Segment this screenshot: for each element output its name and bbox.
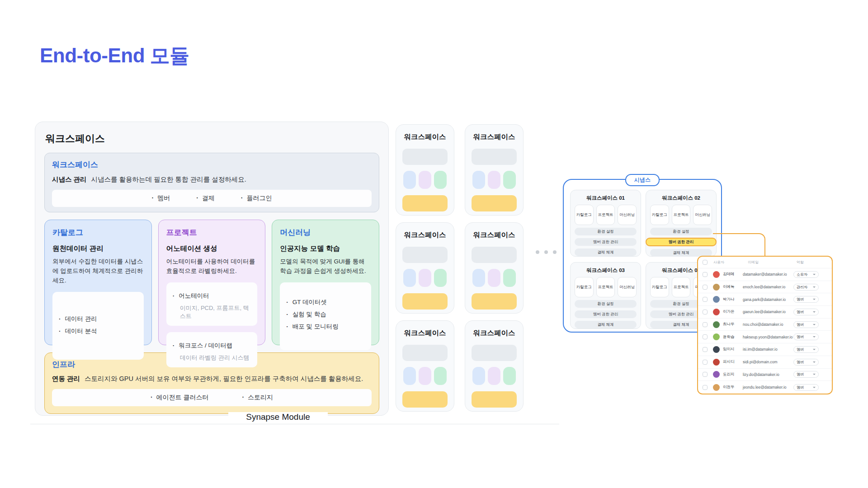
infra-yellow-bar [472,293,517,310]
member-email: enoch.lee@datamaker.io [743,285,793,289]
member-permission-pill-highlighted[interactable]: 멤버 권한 관리 [646,238,717,246]
ml-pill [434,367,447,385]
role-dropdown[interactable]: 멤버 [793,359,819,366]
mini-gray-bar [472,149,517,165]
member-permission-pill[interactable]: 멤버 권한 관리 [575,238,637,246]
section-catalog-label: 카탈로그 [52,227,144,238]
project-item-title: 어노테이터 [173,292,251,300]
mini-pills [402,269,448,287]
chevron-down-icon [813,336,816,338]
role-dropdown[interactable]: 관리자 [793,284,819,291]
infra-yellow-bar [402,293,448,310]
mini-workspace-card: 워크스페이스 [396,222,454,314]
member-name: 김데메 [723,272,743,277]
role-dropdown[interactable]: 멤버 [793,309,819,315]
row-checkbox[interactable] [703,285,708,290]
mini-workspace-card: 워크스페이스 [465,124,524,216]
role-dropdown[interactable]: 멤버 [793,346,819,353]
member-name: 최나우 [723,322,743,327]
member-name: 도리지 [723,372,743,377]
env-settings-pill[interactable]: 환경 설정 [650,228,712,235]
billing-pill[interactable]: 결제 체계 [575,249,637,256]
ml-item: 배포 및 모니터링 [286,323,365,331]
section-infra-lead: 연동 관리스토리지와 GPU 서버의 보유 여부와 무관하게, 필요한 인프라를… [52,375,372,383]
chevron-down-icon [813,361,816,363]
role-dropdown[interactable]: 멤버 [793,371,819,378]
chevron-down-icon [813,349,816,350]
infra-yellow-bar [402,391,448,408]
infra-yellow-bar [472,195,517,211]
role-dropdown[interactable]: 멤버 [793,384,819,391]
row-checkbox[interactable] [703,372,708,377]
row-checkbox[interactable] [703,322,708,327]
lead-text: 스토리지와 GPU 서버의 보유 여부와 무관하게, 필요한 인프라를 구축하여… [85,375,363,382]
row-checkbox[interactable] [703,272,708,277]
catalog-pill [403,269,416,287]
page-title: End-to-End 모듈 [40,42,189,69]
mini-workspace-card: 워크스페이스 [465,222,524,314]
members-table-header: 사용자 이메일 역할 [698,257,832,268]
slide-canvas: End-to-End 모듈 워크스페이스 워크스페이스 시냅스 관리시냅스를 활… [0,0,868,488]
column-email: 이메일 [748,260,797,265]
project-pill [419,171,431,189]
role-dropdown[interactable]: 멤버 [793,321,819,328]
role-dropdown[interactable]: 멤버 [793,296,819,303]
mini-pills [402,171,448,189]
env-settings-pill[interactable]: 환경 설정 [575,228,637,235]
member-name: 이가은 [723,309,743,314]
member-row: 윤학습 hakseup.yoon@datamaker.io 멤버 [698,331,832,343]
project-chip: 프로젝트 [596,205,615,225]
member-email: lizy.do@datamaker.io [743,372,793,377]
mini-card-title: 워크스페이스 [402,328,448,338]
synapse-card-grid: 워크스페이스 01 카탈로그 프로젝트 머신러닝 환경 설정 멤버 권한 관리 … [570,190,715,329]
ml-items-box: GT 데이터셋 실험 및 학습 배포 및 모니터링 [280,282,371,350]
member-email: sidi.pi@domain.com [743,360,793,364]
avatar [713,271,720,278]
row-checkbox[interactable] [703,310,708,314]
member-row: 이에녹 enoch.lee@datamaker.io 관리자 [698,281,832,294]
workspace-item: 플러그인 [241,194,272,202]
project-item-sub: 이미지, PCD, 프롬프트, 텍스트 [180,304,251,320]
row-checkbox[interactable] [703,360,708,365]
member-name: 임이시 [723,347,743,352]
row-checkbox[interactable] [703,297,708,302]
project-pill [419,269,431,287]
member-name: 피시디 [723,359,743,365]
synapse-badge: 시냅스 [625,174,660,186]
member-row: 피시디 sidi.pi@domain.com 멤버 [698,356,832,369]
row-checkbox[interactable] [703,385,708,390]
avatar [713,321,720,328]
baseline-divider [30,424,559,424]
member-row: 최나우 nou.choi@datamaker.io 멤버 [698,319,832,331]
project-pill [419,367,431,385]
section-project-label: 프로젝트 [166,227,258,238]
catalog-pill [472,171,485,189]
member-row: 김데메 datamaker@datamaker.io 소유자 [698,268,832,281]
workspace-card-03: 워크스페이스 03 카탈로그 프로젝트 머신러닝 환경 설정 멤버 권한 관리 … [570,262,641,329]
select-all-checkbox[interactable] [703,260,708,265]
mini-pills [472,171,517,189]
infra-item: 에이전트 클러스터 [151,394,209,402]
row-checkbox[interactable] [703,347,708,352]
env-settings-pill[interactable]: 환경 설정 [575,300,637,308]
highlight-connector-line [713,233,765,257]
mini-workspace-card: 워크스페이스 [465,320,524,412]
member-permission-pill[interactable]: 멤버 권한 관리 [575,310,637,318]
member-row: 박가나 gana.park@datamaker.io 멤버 [698,293,832,306]
billing-pill[interactable]: 결제 체계 [575,321,637,328]
role-dropdown[interactable]: 소유자 [793,271,819,278]
role-dropdown[interactable]: 멤버 [793,333,819,340]
mini-card-title: 워크스페이스 [402,132,448,142]
member-email: hakseup.yoon@datamaker.io [743,335,793,339]
module-chips: 카탈로그 프로젝트 머신러닝 [575,277,637,297]
mini-pills [472,367,517,385]
lead-bold: 연동 관리 [52,375,80,382]
avatar [713,284,720,291]
ml-item: 실험 및 학습 [286,310,365,319]
infra-item: 스토리지 [242,394,273,402]
module-chips: 카탈로그 프로젝트 머신러닝 [575,205,637,225]
member-name: 이전두 [723,385,743,390]
row-checkbox[interactable] [703,334,708,339]
workspace-panel-title: 워크스페이스 [45,132,379,145]
ml-pill [434,171,447,189]
